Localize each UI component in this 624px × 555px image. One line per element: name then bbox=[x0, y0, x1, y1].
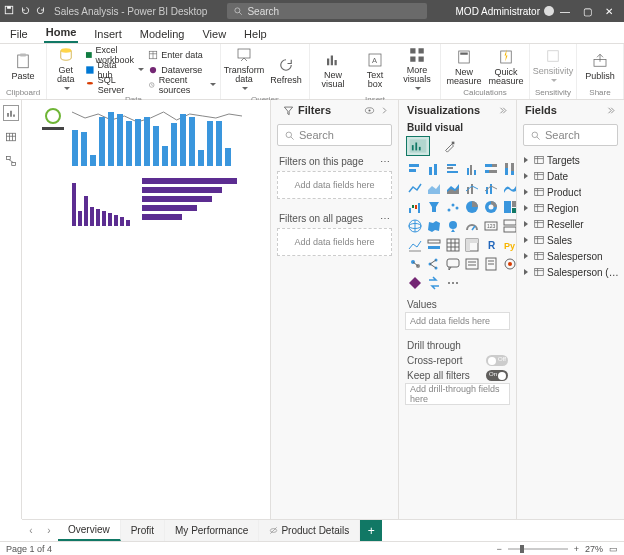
zoom-slider[interactable] bbox=[508, 548, 568, 550]
user-account[interactable]: MOD Administrator bbox=[456, 6, 554, 17]
get-data-button[interactable]: Get data bbox=[51, 46, 81, 94]
zoom-out-button[interactable]: − bbox=[496, 544, 501, 554]
transform-data-button[interactable]: Transform data bbox=[225, 46, 263, 94]
menu-tab-file[interactable]: File bbox=[8, 25, 30, 43]
quick-measure-button[interactable]: Quick measure bbox=[487, 48, 525, 86]
page-tab-profit[interactable]: Profit bbox=[121, 520, 165, 541]
viz-kpi-icon[interactable] bbox=[407, 237, 423, 253]
viz-r-visual-icon[interactable]: R bbox=[483, 237, 499, 253]
field-table-sales[interactable]: Sales bbox=[521, 232, 620, 248]
close-button[interactable]: ✕ bbox=[598, 6, 620, 17]
keep-filters-toggle[interactable]: On bbox=[486, 370, 508, 381]
field-table-salesperson-performan-[interactable]: Salesperson (Performan... bbox=[521, 264, 620, 280]
filters-allpages-drop[interactable]: Add data fields here bbox=[277, 228, 392, 256]
global-search[interactable]: Search bbox=[227, 3, 427, 19]
fit-page-icon[interactable]: ▭ bbox=[609, 544, 618, 554]
viz-combo1-icon[interactable] bbox=[464, 180, 480, 196]
viz-100-bar-icon[interactable] bbox=[483, 161, 499, 177]
viz-filled-map-icon[interactable] bbox=[426, 218, 442, 234]
viz-area-icon[interactable] bbox=[426, 180, 442, 196]
viz-line-icon[interactable] bbox=[407, 180, 423, 196]
menu-tab-modeling[interactable]: Modeling bbox=[138, 25, 187, 43]
viz-gauge-icon[interactable] bbox=[464, 218, 480, 234]
page-prev-button[interactable]: ‹ bbox=[22, 520, 40, 541]
viz-clustered-column-icon[interactable] bbox=[464, 161, 480, 177]
menu-tab-home[interactable]: Home bbox=[44, 23, 79, 43]
add-page-button[interactable]: + bbox=[360, 520, 382, 541]
viz-decomposition-icon[interactable] bbox=[426, 256, 442, 272]
enter-data-button[interactable]: Enter data bbox=[148, 48, 216, 62]
maximize-button[interactable]: ▢ bbox=[576, 6, 598, 17]
viz-clustered-bar-icon[interactable] bbox=[445, 161, 461, 177]
viz-qna-icon[interactable] bbox=[445, 256, 461, 272]
model-view-button[interactable] bbox=[4, 154, 18, 168]
data-view-button[interactable] bbox=[4, 130, 18, 144]
text-box-button[interactable]: A Text box bbox=[356, 51, 394, 89]
page-tab-my-performance[interactable]: My Performance bbox=[165, 520, 259, 541]
page-tab-overview[interactable]: Overview bbox=[58, 520, 121, 541]
more-visuals-button[interactable]: More visuals bbox=[398, 46, 436, 94]
filters-onpage-drop[interactable]: Add data fields here bbox=[277, 171, 392, 199]
collapse-icon[interactable] bbox=[605, 105, 616, 116]
viz-waterfall-icon[interactable] bbox=[407, 199, 423, 215]
viz-narrative-icon[interactable] bbox=[464, 256, 480, 272]
field-table-product[interactable]: Product bbox=[521, 184, 620, 200]
more-icon[interactable]: ⋯ bbox=[380, 156, 390, 167]
eye-icon[interactable] bbox=[364, 105, 375, 116]
recent-sources-button[interactable]: Recent sources bbox=[148, 78, 216, 92]
viz-scatter-icon[interactable] bbox=[445, 199, 461, 215]
viz-powerapps-icon[interactable] bbox=[407, 275, 423, 291]
format-visual-mode[interactable] bbox=[439, 137, 461, 155]
viz-funnel-icon[interactable] bbox=[426, 199, 442, 215]
field-table-salesperson[interactable]: Salesperson bbox=[521, 248, 620, 264]
new-measure-button[interactable]: New measure bbox=[445, 48, 483, 86]
sql-server-button[interactable]: SQL Server bbox=[85, 78, 145, 92]
publish-button[interactable]: Publish bbox=[581, 52, 619, 81]
drillthrough-drop[interactable]: Add drill-through fields here bbox=[405, 383, 510, 405]
viz-slicer-icon[interactable] bbox=[426, 237, 442, 253]
sensitivity-button[interactable]: Sensitivity bbox=[534, 47, 572, 86]
page-next-button[interactable]: › bbox=[40, 520, 58, 541]
viz-matrix-icon[interactable] bbox=[464, 237, 480, 253]
filters-search[interactable]: Search bbox=[277, 124, 392, 146]
viz-combo2-icon[interactable] bbox=[483, 180, 499, 196]
menu-tab-insert[interactable]: Insert bbox=[92, 25, 124, 43]
zoom-in-button[interactable]: + bbox=[574, 544, 579, 554]
viz-azure-map-icon[interactable] bbox=[445, 218, 461, 234]
more-icon[interactable]: ⋯ bbox=[380, 213, 390, 224]
minimize-button[interactable]: — bbox=[554, 6, 576, 17]
field-table-region[interactable]: Region bbox=[521, 200, 620, 216]
collapse-icon[interactable] bbox=[497, 105, 508, 116]
field-table-targets[interactable]: Targets bbox=[521, 152, 620, 168]
viz-map-icon[interactable] bbox=[407, 218, 423, 234]
cross-report-toggle[interactable]: Off bbox=[486, 355, 508, 366]
viz-key-influencers-icon[interactable] bbox=[407, 256, 423, 272]
redo-icon[interactable] bbox=[36, 5, 46, 17]
viz-paginated-icon[interactable] bbox=[483, 256, 499, 272]
viz-stacked-area-icon[interactable] bbox=[445, 180, 461, 196]
menu-tab-view[interactable]: View bbox=[200, 25, 228, 43]
viz-more-icon[interactable] bbox=[445, 275, 461, 291]
build-visual-mode[interactable] bbox=[407, 137, 429, 155]
viz-table-icon[interactable] bbox=[445, 237, 461, 253]
viz-stacked-bar-icon[interactable] bbox=[407, 161, 423, 177]
refresh-button[interactable]: Refresh bbox=[267, 56, 305, 85]
collapse-icon[interactable] bbox=[379, 105, 390, 116]
field-table-date[interactable]: Date bbox=[521, 168, 620, 184]
viz-automate-icon[interactable] bbox=[426, 275, 442, 291]
report-view-button[interactable] bbox=[4, 106, 18, 120]
paste-button[interactable]: Paste bbox=[4, 52, 42, 81]
save-icon[interactable] bbox=[4, 5, 14, 17]
viz-stacked-column-icon[interactable] bbox=[426, 161, 442, 177]
viz-donut-icon[interactable] bbox=[483, 199, 499, 215]
fields-search[interactable]: Search bbox=[523, 124, 618, 146]
new-visual-button[interactable]: New visual bbox=[314, 51, 352, 89]
viz-pie-icon[interactable] bbox=[464, 199, 480, 215]
report-canvas[interactable] bbox=[22, 100, 270, 519]
values-drop[interactable]: Add data fields here bbox=[405, 312, 510, 330]
menu-tab-help[interactable]: Help bbox=[242, 25, 269, 43]
field-table-reseller[interactable]: Reseller bbox=[521, 216, 620, 232]
viz-card-icon[interactable]: 123 bbox=[483, 218, 499, 234]
undo-icon[interactable] bbox=[20, 5, 30, 17]
page-tab-product-details[interactable]: Product Details bbox=[259, 520, 360, 541]
